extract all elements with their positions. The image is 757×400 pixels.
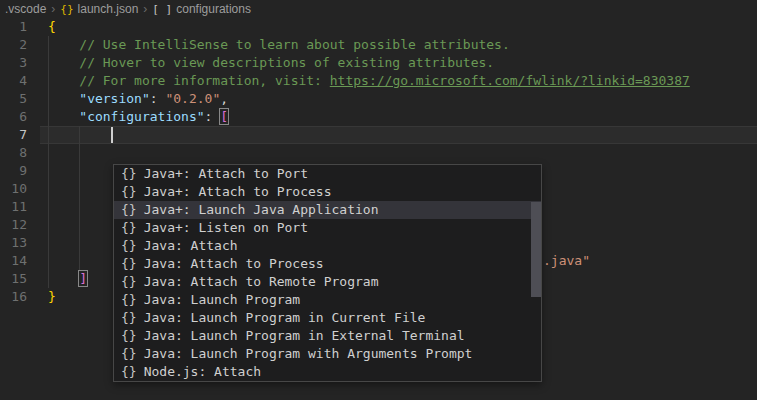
- line-number[interactable]: 12: [0, 216, 27, 234]
- text-cursor: [111, 127, 113, 143]
- indent-guide: [79, 234, 80, 252]
- code-token: [48, 109, 79, 124]
- suggest-item-label: Node.js: Attach: [144, 363, 261, 381]
- snippet-icon: {}: [121, 237, 137, 255]
- line-number[interactable]: 16: [0, 288, 27, 306]
- suggest-item[interactable]: {}Java: Attach to Process: [114, 255, 541, 273]
- snippet-icon: {}: [121, 345, 137, 363]
- breadcrumb-item--vscode[interactable]: .vscode: [5, 2, 46, 16]
- code-line[interactable]: 6 "configurations": [: [0, 108, 757, 126]
- code-line[interactable]: 2 // Use IntelliSense to learn about pos…: [0, 36, 757, 54]
- line-number[interactable]: 8: [0, 144, 27, 162]
- link[interactable]: https://go.microsoft.com/fwlink/?linkid=…: [330, 73, 690, 88]
- scrollbar-thumb[interactable]: [531, 202, 541, 297]
- breadcrumb-item-label: configurations: [176, 2, 251, 16]
- line-content: "version": "0.2.0",: [48, 90, 228, 108]
- suggest-item[interactable]: {}Java: Attach to Remote Program: [114, 273, 541, 291]
- json-array-icon: [ ]: [152, 3, 172, 16]
- line-number[interactable]: 14: [0, 252, 27, 270]
- suggest-item[interactable]: {}Java+: Launch Java Application: [114, 201, 541, 219]
- suggest-item-label: Java+: Launch Java Application: [144, 201, 379, 219]
- suggest-item-label: Java: Launch Program: [144, 291, 301, 309]
- line-number[interactable]: 10: [0, 180, 27, 198]
- indent-guide: [79, 252, 80, 270]
- suggest-list: {}Java+: Attach to Port{}Java+: Attach t…: [114, 165, 541, 381]
- code-token: "0.2.0": [165, 91, 220, 106]
- line-content: ]: [48, 270, 87, 288]
- snippet-icon: {}: [121, 183, 137, 201]
- breadcrumb: .vscode›{}launch.json›[ ]configurations: [0, 0, 757, 18]
- indent-guide: [48, 126, 49, 144]
- code-line[interactable]: 1{: [0, 18, 757, 36]
- line-number[interactable]: 11: [0, 198, 27, 216]
- suggest-item[interactable]: {}Java+: Attach to Port: [114, 165, 541, 183]
- code-line[interactable]: 4 // For more information, visit: https:…: [0, 72, 757, 90]
- code-token: [48, 91, 79, 106]
- indent-guide: [79, 126, 80, 144]
- breadcrumb-item-configurations[interactable]: [ ]configurations: [152, 2, 251, 16]
- snippet-icon: {}: [121, 255, 137, 273]
- line-number[interactable]: 1: [0, 18, 27, 36]
- line-number[interactable]: 13: [0, 234, 27, 252]
- code-token: {: [48, 19, 56, 34]
- suggest-item-label: Java: Attach to Process: [144, 255, 324, 273]
- suggest-item-label: Java: Launch Program with Arguments Prom…: [144, 345, 473, 363]
- suggest-item-label: Java: Launch Program in Current File: [144, 309, 426, 327]
- indent-guide: [79, 180, 80, 198]
- line-number[interactable]: 4: [0, 72, 27, 90]
- suggest-item[interactable]: {}Java: Launch Program with Arguments Pr…: [114, 345, 541, 363]
- breadcrumb-item-label: .vscode: [5, 2, 46, 16]
- vscode-editor-window: .vscode›{}launch.json›[ ]configurations …: [0, 0, 757, 400]
- line-number[interactable]: 5: [0, 90, 27, 108]
- line-number[interactable]: 15: [0, 270, 27, 288]
- line-content: // Use IntelliSense to learn about possi…: [48, 36, 510, 54]
- line-number[interactable]: 9: [0, 162, 27, 180]
- line-content: // Hover to view descriptions of existin…: [48, 54, 494, 72]
- snippet-icon: {}: [121, 309, 137, 327]
- suggest-item[interactable]: {}Java: Attach: [114, 237, 541, 255]
- suggest-item[interactable]: {}Java: Launch Program: [114, 291, 541, 309]
- code-token: :: [205, 109, 221, 124]
- snippet-icon: {}: [121, 327, 137, 345]
- suggest-item-label: Java: Attach to Remote Program: [144, 273, 379, 291]
- code-token: // Use IntelliSense to learn about possi…: [48, 37, 510, 52]
- code-token: [: [220, 109, 228, 124]
- code-line[interactable]: 8: [0, 144, 757, 162]
- indent-guide: [48, 252, 49, 270]
- snippet-icon: {}: [121, 201, 137, 219]
- suggest-item-label: Java+: Attach to Port: [144, 165, 308, 183]
- code-line[interactable]: 3 // Hover to view descriptions of exist…: [0, 54, 757, 72]
- indent-guide: [48, 216, 49, 234]
- line-content: // For more information, visit: https://…: [48, 72, 690, 90]
- indent-guide: [48, 234, 49, 252]
- line-number[interactable]: 6: [0, 108, 27, 126]
- suggest-item[interactable]: {}Java+: Listen on Port: [114, 219, 541, 237]
- breadcrumb-separator-icon: ›: [46, 2, 60, 16]
- suggest-item[interactable]: {}Node.js: Attach: [114, 363, 541, 381]
- snippet-icon: {}: [121, 363, 137, 381]
- editor[interactable]: 1{2 // Use IntelliSense to learn about p…: [0, 18, 757, 400]
- indent-guide: [48, 180, 49, 198]
- breadcrumb-item-label: launch.json: [78, 2, 139, 16]
- line-number[interactable]: 7: [0, 126, 27, 144]
- code-token: "version": [79, 91, 149, 106]
- suggest-item[interactable]: {}Java+: Attach to Process: [114, 183, 541, 201]
- peek-text: .java": [543, 252, 590, 270]
- suggest-item-label: Java: Attach: [144, 237, 238, 255]
- code-token: :: [150, 91, 166, 106]
- indent-guide: [79, 216, 80, 234]
- line-number[interactable]: 3: [0, 54, 27, 72]
- line-content: }: [48, 288, 56, 306]
- line-number[interactable]: 2: [0, 36, 27, 54]
- suggest-item[interactable]: {}Java: Launch Program in Current File: [114, 309, 541, 327]
- current-line-highlight: [40, 126, 757, 144]
- indent-guide: [79, 162, 80, 180]
- code-line[interactable]: 7: [0, 126, 757, 144]
- suggest-item-label: Java+: Attach to Process: [144, 183, 332, 201]
- breadcrumb-item-launch-json[interactable]: {}launch.json: [60, 2, 138, 16]
- snippet-icon: {}: [121, 273, 137, 291]
- code-line[interactable]: 5 "version": "0.2.0",: [0, 90, 757, 108]
- code-token: }: [48, 289, 56, 304]
- suggest-item[interactable]: {}Java: Launch Program in External Termi…: [114, 327, 541, 345]
- snippet-icon: {}: [121, 291, 137, 309]
